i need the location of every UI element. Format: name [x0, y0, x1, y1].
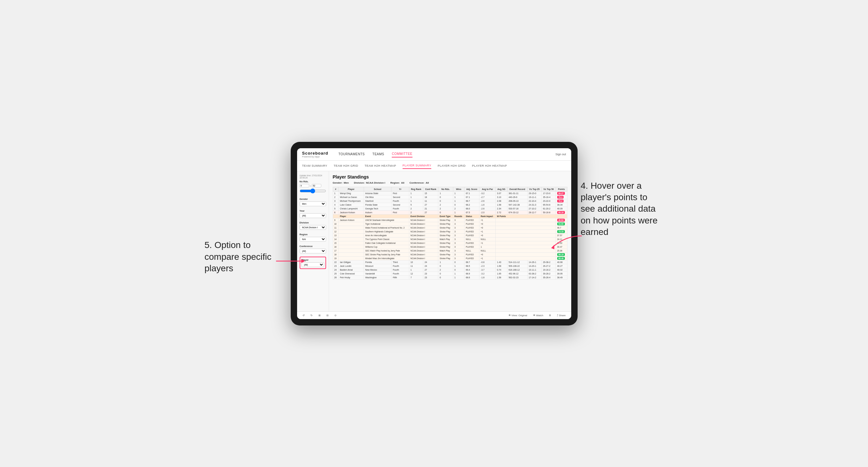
subnav-player-summary[interactable]: PLAYER SUMMARY — [403, 162, 431, 169]
nav-teams[interactable]: TEAMS — [372, 151, 384, 157]
watch-icon: 👁 — [533, 314, 535, 317]
region-filter: Region N/A All — [300, 233, 326, 242]
table-row: 25 Cole Sherwood Vanderbilt Fourth 12 23… — [333, 272, 567, 275]
logo-area: Scoreboard Powered by clippi — [302, 151, 328, 158]
watch-label: Watch — [536, 314, 543, 317]
region-select[interactable]: N/A All — [300, 237, 326, 242]
division-value: NCAA Division I — [366, 181, 385, 184]
region-value: All — [401, 181, 404, 184]
col-vs-top25: Vs Top 25 — [527, 187, 541, 191]
division-select[interactable]: NCAA Division I NCAA Division II NCAA Di… — [300, 225, 326, 230]
table-body: 1 Wenyi Ding Arizona State First 1 15 1 … — [333, 191, 567, 279]
share-icon: ⤴ — [557, 314, 558, 317]
col-school: School — [364, 187, 391, 191]
col-avg-sg: Avg SG — [496, 187, 507, 191]
nav-committee[interactable]: COMMITTEE — [392, 151, 412, 157]
col-conf-rank: Conf Rank — [423, 187, 438, 191]
sidebar: Update time: 27/01/2024 16:56:26 No Rds.… — [297, 171, 329, 311]
col-overall: Overall Record — [507, 187, 527, 191]
col-vs-top50: Vs Top 50 — [541, 187, 556, 191]
svg-marker-0 — [551, 245, 554, 249]
col-adj-score: Adj. Score — [464, 187, 479, 191]
table-row-highlighted[interactable]: 6 Jackson Kolson Auburn First 2 27 0 1 6… — [333, 210, 567, 214]
sign-out-button[interactable]: Sign out — [555, 153, 566, 156]
standings-title: Player Standings — [333, 175, 567, 180]
download-icon: ⬇ — [549, 314, 551, 317]
share-button[interactable]: ⤴ Share — [555, 313, 567, 317]
no-rds-max[interactable] — [312, 184, 321, 187]
view-label: View: Original — [512, 314, 527, 317]
tooltip-row: 11 Wake Forest Invitational at Pinehurst… — [333, 226, 567, 229]
col-no-rds: No Rds. — [438, 187, 453, 191]
tablet-screen: Scoreboard Powered by clippi TOURNAMENTS… — [297, 148, 571, 319]
nav-tournaments[interactable]: TOURNAMENTS — [339, 151, 365, 157]
subnav-team-h2h-grid[interactable]: TEAM H2H GRID — [334, 163, 358, 168]
tooltip-row: 18 SEC Stroke Play hosted by Jerry Pate … — [333, 252, 567, 256]
no-rds-range: - — [300, 184, 326, 187]
table-row: 5 Christo Lamprecht Georgia Tech Fourth … — [333, 207, 567, 210]
bottom-toolbar: ↺ ↻ ⊞ ⊟ ⊙ 👁 View: Original — [297, 311, 571, 319]
main-content: Update time: 27/01/2024 16:56:26 No Rds.… — [297, 171, 571, 311]
subnav-team-h2h-heatmap[interactable]: TEAM H2H HEATMAP — [365, 163, 396, 168]
update-time: Update time: 27/01/2024 16:56:26 — [300, 175, 326, 179]
col-num: # — [333, 187, 339, 191]
redo-button[interactable]: ↻ — [309, 313, 314, 317]
undo-icon: ↺ — [303, 314, 305, 317]
subnav-player-h2h-grid[interactable]: PLAYER H2H GRID — [438, 163, 466, 168]
copy-icon: ⊞ — [318, 314, 321, 317]
region-label: Region — [300, 233, 326, 236]
table-row: 2 Michael La Sasso Ole Miss Second 1 18 … — [333, 195, 567, 199]
region-display: Region: All — [391, 181, 404, 184]
year-label: Year — [300, 210, 326, 212]
copy-button[interactable]: ⊞ — [317, 313, 322, 317]
year-filter: Year (All) 2024 2023 — [300, 210, 326, 218]
header-row: # Player School Yr Reg Rank Conf Rank No… — [333, 187, 567, 191]
col-points: Points — [556, 187, 567, 191]
page-wrapper: 4. Hover over a player's points to see a… — [211, 142, 657, 325]
redo-icon: ↻ — [310, 314, 313, 317]
watch-button[interactable]: 👁 Watch — [531, 313, 545, 317]
no-rds-min[interactable] — [300, 184, 309, 187]
arrow-right — [546, 233, 585, 253]
conference-filter: Conference (All) ACC SEC — [300, 245, 326, 253]
col-wins: Wins — [453, 187, 464, 191]
tooltip-row: 9 Jackson Kolson UNCW Seahawk Intercolle… — [333, 218, 567, 222]
col-reg-rank: Reg Rank — [409, 187, 423, 191]
view-button[interactable]: 👁 View: Original — [507, 313, 529, 317]
table-row: 4 Luke Claton Florida State Second 5 27 … — [333, 203, 567, 207]
tooltip-row: 13 Amer An Intercollegiate NCAA Division… — [333, 234, 567, 237]
year-select[interactable]: (All) 2024 2023 — [300, 213, 326, 218]
filter-row: Gender: Men Division: NCAA Division I Re… — [333, 181, 567, 184]
division-display: Division: NCAA Division I — [354, 181, 385, 184]
division-filter: Division NCAA Division I NCAA Division I… — [300, 221, 326, 230]
conference-select[interactable]: (All) ACC SEC — [300, 249, 326, 253]
gender-select[interactable]: Men Women — [300, 201, 326, 206]
tooltip-row: 17 SEC Match Play hosted by Jerry Pate N… — [333, 249, 567, 252]
top-nav: Scoreboard Powered by clippi TOURNAMENTS… — [297, 148, 571, 161]
division-label: Division — [300, 221, 326, 224]
table-header: # Player School Yr Reg Rank Conf Rank No… — [333, 187, 567, 191]
tooltip-row: 10 Tiger Invitational NCAA Division I St… — [333, 222, 567, 226]
no-rds-slider[interactable] — [300, 188, 326, 193]
subnav-player-h2h-heatmap[interactable]: PLAYER H2H HEATMAP — [472, 163, 507, 168]
settings-button[interactable]: ⊙ — [333, 313, 338, 317]
tooltip-header-row: Player Event Event Division Event Type R… — [333, 214, 567, 218]
share-label: Share — [559, 314, 565, 317]
table-row: 26 Petr Hruby Washington Fifth 7 23 0 1 … — [333, 275, 567, 279]
gender-value: Men — [344, 181, 349, 184]
col-player: Player — [339, 187, 364, 191]
standings-table: # Player School Yr Reg Rank Conf Rank No… — [333, 187, 567, 280]
annotation-right: 4. Hover over a player's points to see a… — [581, 180, 664, 238]
undo-button[interactable]: ↺ — [301, 313, 306, 317]
settings-icon: ⊙ — [334, 314, 337, 317]
gender-filter: Gender Men Women — [300, 198, 326, 206]
tooltip-row: 12 Southern Highlands Collegiate NCAA Di… — [333, 229, 567, 234]
download-button[interactable]: ⬇ — [547, 313, 553, 317]
gender-label: Gender — [300, 198, 326, 200]
sub-nav: TEAM SUMMARY TEAM H2H GRID TEAM H2H HEAT… — [297, 161, 571, 171]
table-row: 3 Michael Thorbjornsen Stanford Fourth 1… — [333, 199, 567, 203]
subnav-team-summary[interactable]: TEAM SUMMARY — [302, 163, 328, 168]
paste-button[interactable]: ⊟ — [325, 313, 330, 317]
arrow-left — [273, 255, 311, 269]
table-row: 1 Wenyi Ding Arizona State First 1 15 1 … — [333, 191, 567, 195]
